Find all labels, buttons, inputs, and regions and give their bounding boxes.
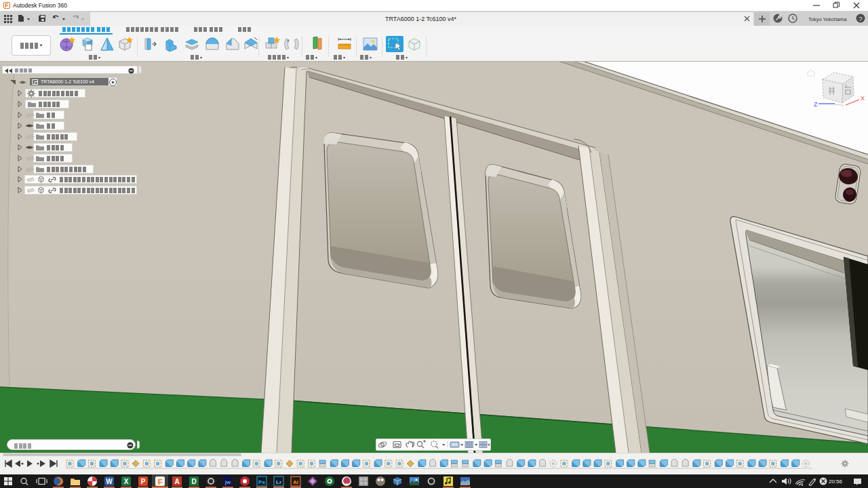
svg-text:jw: jw xyxy=(224,479,231,485)
svg-text:A: A xyxy=(174,478,179,485)
svg-text:Ps: Ps xyxy=(258,479,265,485)
svg-text:Z: Z xyxy=(814,101,818,108)
svg-text:F: F xyxy=(158,478,163,486)
svg-text:Ai: Ai xyxy=(293,479,298,485)
svg-text:W: W xyxy=(106,478,113,485)
svg-text:Lr: Lr xyxy=(276,479,281,485)
svg-text:D: D xyxy=(191,478,196,485)
svg-text:P: P xyxy=(141,478,146,485)
svg-text:?: ? xyxy=(859,16,862,22)
svg-text:X: X xyxy=(861,95,865,102)
svg-text:X: X xyxy=(124,478,129,485)
